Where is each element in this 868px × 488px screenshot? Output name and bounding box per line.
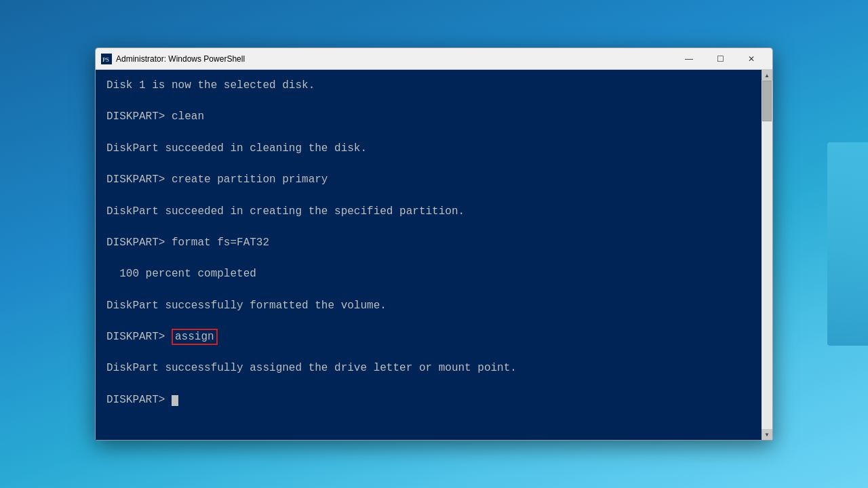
desktop-accent [827, 142, 868, 346]
output-line-create: DiskPart succeeded in creating the speci… [106, 204, 751, 220]
command-line-format: DISKPART> format fs=FAT32 [106, 235, 751, 251]
empty-line [106, 94, 751, 109]
command-prefix-assign: DISKPART> [106, 331, 172, 343]
scrollbar-thumb[interactable] [762, 81, 772, 121]
titlebar-buttons: — ☐ ✕ [673, 48, 767, 70]
prompt-text: DISKPART> [106, 394, 172, 406]
empty-line [106, 345, 751, 361]
command-line-create: DISKPART> create partition primary [106, 172, 751, 188]
output-line-assign: DiskPart successfully assigned the drive… [106, 361, 751, 376]
output-line-formatted: DiskPart successfully formatted the volu… [106, 298, 751, 314]
scroll-down-button[interactable]: ▼ [762, 429, 772, 440]
final-prompt-line: DISKPART> [106, 392, 751, 408]
svg-text:PS: PS [102, 56, 109, 63]
empty-line [106, 314, 751, 329]
empty-line [106, 157, 751, 172]
powershell-window: PS Administrator: Windows PowerShell — ☐… [95, 47, 773, 441]
empty-line [106, 220, 751, 235]
scroll-up-button[interactable]: ▲ [762, 70, 772, 81]
output-line-1: Disk 1 is now the selected disk. [106, 78, 751, 94]
window-title: Administrator: Windows PowerShell [116, 54, 673, 64]
empty-line [106, 125, 751, 141]
terminal-content: Disk 1 is now the selected disk. DISKPAR… [106, 78, 751, 432]
terminal-body[interactable]: Disk 1 is now the selected disk. DISKPAR… [96, 70, 762, 440]
empty-line [106, 377, 751, 392]
powershell-icon: PS [101, 54, 112, 64]
command-line-clean: DISKPART> clean [106, 109, 751, 125]
empty-line [106, 251, 751, 266]
scrollbar-track[interactable] [762, 81, 772, 429]
maximize-button[interactable]: ☐ [705, 48, 736, 70]
minimize-button[interactable]: — [673, 48, 705, 70]
output-line-percent: 100 percent completed [106, 266, 751, 282]
command-line-assign: DISKPART> assign [106, 329, 751, 345]
empty-line [106, 188, 751, 203]
titlebar: PS Administrator: Windows PowerShell — ☐… [96, 48, 772, 70]
assign-highlighted: assign [172, 329, 218, 345]
empty-line [106, 282, 751, 298]
scrollbar[interactable]: ▲ ▼ [762, 70, 772, 440]
close-button[interactable]: ✕ [736, 48, 767, 70]
output-line-clean: DiskPart succeeded in cleaning the disk. [106, 141, 751, 157]
cursor [172, 395, 178, 406]
